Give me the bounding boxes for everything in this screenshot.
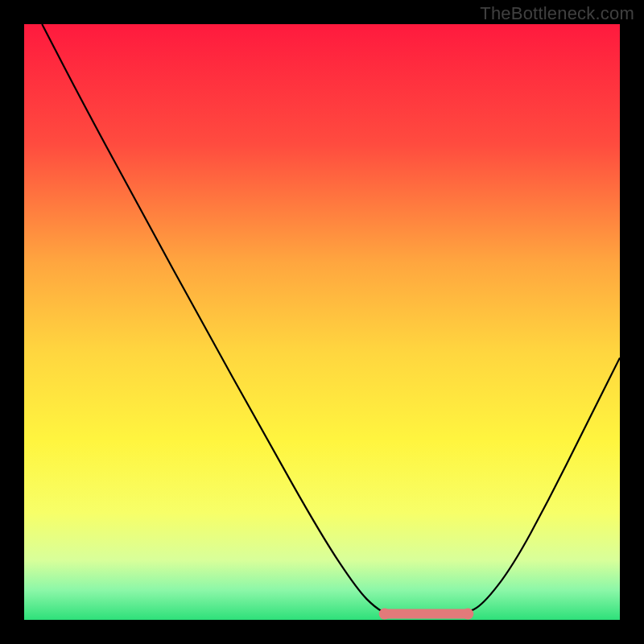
chart-frame: TheBottleneck.com	[0, 0, 644, 644]
plot-area	[24, 24, 620, 620]
bottleneck-curve	[24, 24, 620, 620]
watermark-text: TheBottleneck.com	[480, 3, 634, 24]
